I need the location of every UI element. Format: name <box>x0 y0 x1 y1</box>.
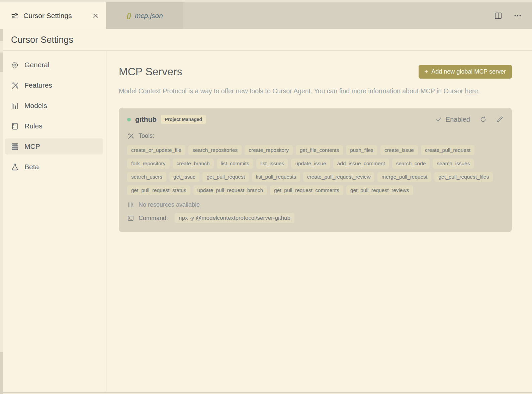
server-card-header: github Project Managed Enabled <box>127 115 504 124</box>
sidebar-item-label: Models <box>24 102 47 110</box>
tool-tag: create_pull_request_review <box>303 172 375 182</box>
mcp-servers-title: MCP Servers <box>119 66 182 78</box>
sidebar-item-beta[interactable]: Beta <box>5 159 103 175</box>
gear-icon <box>10 61 19 69</box>
more-actions-icon[interactable] <box>513 11 522 20</box>
tool-tag: search_users <box>127 172 166 182</box>
tool-tag: search_code <box>392 159 430 169</box>
tool-tag: create_repository <box>245 145 293 155</box>
split-editor-icon[interactable] <box>494 11 503 20</box>
refresh-icon[interactable] <box>479 116 487 123</box>
tool-tag: get_pull_request <box>202 172 249 182</box>
tools-icon <box>127 132 134 139</box>
tool-tag-list: create_or_update_filesearch_repositories… <box>127 145 504 195</box>
sidebar-item-label: Features <box>24 81 52 89</box>
enabled-toggle[interactable]: Enabled <box>435 116 470 123</box>
tool-tag: merge_pull_request <box>377 172 431 182</box>
settings-header: Cursor Settings <box>0 29 532 51</box>
editor-tab-bar: Cursor Settings {} mcp.json <box>0 2 532 29</box>
add-button-label: Add new global MCP server <box>431 68 506 75</box>
resources-text: No resources available <box>139 201 200 208</box>
command-row: Command: npx -y @modelcontextprotocol/se… <box>127 213 504 223</box>
resources-row: No resources available <box>127 201 504 208</box>
description-text: Model Context Protocol is a way to offer… <box>119 87 465 95</box>
page-title: Cursor Settings <box>11 35 73 45</box>
notepad-icon <box>10 122 19 130</box>
tool-tag: add_issue_comment <box>333 159 389 169</box>
library-icon <box>127 201 134 208</box>
sidebar-item-label: Beta <box>24 163 39 171</box>
sliders-icon <box>11 12 19 20</box>
description-suffix: . <box>478 87 479 95</box>
sidebar-item-label: General <box>24 61 50 69</box>
tool-tag: create_or_update_file <box>127 145 185 155</box>
status-dot-green <box>127 118 131 121</box>
here-link[interactable]: here <box>465 87 478 95</box>
settings-body: General Features <box>0 51 532 392</box>
tool-tag: get_pull_request_files <box>434 172 493 182</box>
server-name: github <box>135 115 157 123</box>
edit-pencil-icon[interactable] <box>496 116 504 123</box>
window-bottom-edge <box>0 392 532 394</box>
tool-tag: get_pull_request_reviews <box>346 185 413 195</box>
tool-tag: update_pull_request_branch <box>193 185 267 195</box>
tool-tag: create_pull_request <box>421 145 474 155</box>
command-label: Command: <box>139 215 168 222</box>
mcp-description: Model Context Protocol is a way to offer… <box>119 85 510 97</box>
mcp-server-card-github: github Project Managed Enabled <box>119 108 512 232</box>
tool-tag: create_branch <box>173 159 214 169</box>
tool-tag: get_pull_request_status <box>127 185 190 195</box>
tab-label: mcp.json <box>135 12 163 20</box>
mcp-settings-panel: MCP Servers + Add new global MCP server … <box>106 51 532 392</box>
tool-tag: list_commits <box>217 159 253 169</box>
sidebar-item-models[interactable]: Models <box>5 98 103 114</box>
tool-tag: list_pull_requests <box>252 172 300 182</box>
tool-tag: fork_repository <box>127 159 170 169</box>
tool-tag: update_issue <box>291 159 330 169</box>
sidebar-item-mcp[interactable]: MCP <box>5 138 103 155</box>
plus-icon: + <box>425 68 429 76</box>
mcp-header: MCP Servers + Add new global MCP server <box>119 65 512 79</box>
sidebar-item-label: MCP <box>24 142 40 151</box>
sidebar-item-general[interactable]: General <box>5 57 103 73</box>
tool-tag: search_repositories <box>188 145 242 155</box>
tool-tag: create_issue <box>380 145 418 155</box>
braces-icon: {} <box>126 12 131 19</box>
tools-icon <box>10 81 19 90</box>
window-left-edge <box>0 2 3 394</box>
command-value: npx -y @modelcontextprotocol/server-gith… <box>175 213 294 223</box>
tool-tag: get_issue <box>169 172 199 182</box>
tools-row: Tools: <box>127 132 504 139</box>
server-icon <box>10 142 19 151</box>
tool-tag: get_file_contents <box>296 145 343 155</box>
bar-chart-icon <box>10 102 19 110</box>
tab-cursor-settings[interactable]: Cursor Settings <box>3 2 106 29</box>
tool-tag: get_pull_request_comments <box>270 185 343 195</box>
terminal-icon <box>127 215 134 222</box>
close-icon[interactable] <box>92 13 99 19</box>
settings-sidebar: General Features <box>0 51 106 392</box>
server-card-actions: Enabled <box>435 116 504 123</box>
project-managed-badge: Project Managed <box>161 115 206 124</box>
enabled-label: Enabled <box>446 116 470 123</box>
cursor-settings-window: Cursor Settings {} mcp.json <box>0 0 532 394</box>
sidebar-item-label: Rules <box>24 122 42 130</box>
sidebar-item-features[interactable]: Features <box>5 77 103 93</box>
tool-tag: search_issues <box>433 159 474 169</box>
tool-tag: list_issues <box>256 159 288 169</box>
tool-tag: push_files <box>346 145 377 155</box>
flask-icon <box>10 163 19 171</box>
tab-label: Cursor Settings <box>23 12 72 20</box>
tab-mcp-json[interactable]: {} mcp.json <box>106 2 183 29</box>
check-icon <box>435 116 442 123</box>
sidebar-item-rules[interactable]: Rules <box>5 118 103 134</box>
tools-label: Tools: <box>139 132 154 139</box>
add-global-mcp-server-button[interactable]: + Add new global MCP server <box>419 65 512 79</box>
tab-bar-actions <box>494 2 532 29</box>
window-top-edge <box>0 0 532 2</box>
